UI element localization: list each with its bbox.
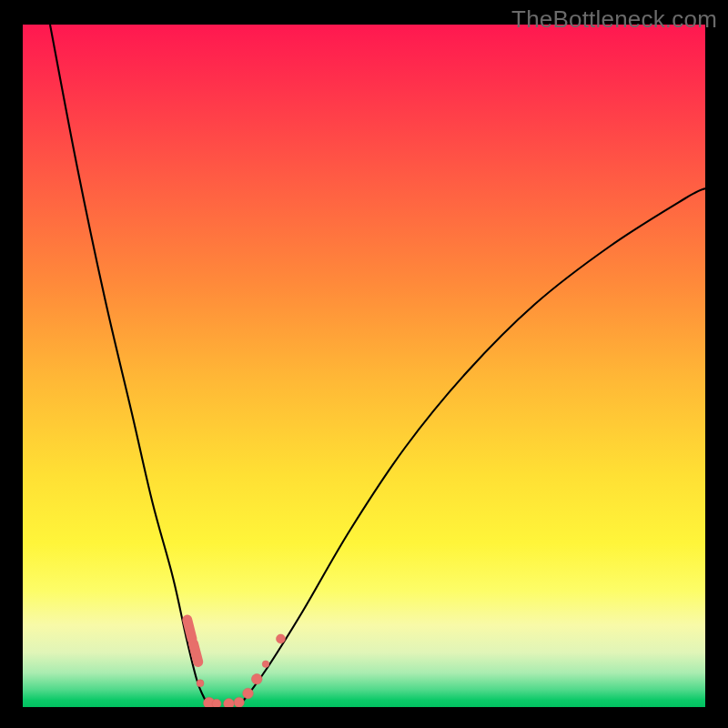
marker-dot-7: [243, 688, 254, 699]
marker-dot-9: [262, 661, 269, 668]
marker-dot-4: [212, 699, 221, 707]
marker-dash-0: [187, 620, 192, 639]
marker-dot-5: [224, 698, 235, 707]
marker-dot-2: [197, 680, 204, 687]
marker-dot-8: [251, 673, 262, 684]
chart-svg: [23, 25, 705, 707]
curve-left-branch: [50, 25, 209, 707]
marker-dash-1: [194, 643, 198, 662]
marker-dot-10: [277, 634, 286, 643]
curve-layer: [50, 25, 705, 707]
marker-dot-6: [234, 697, 244, 707]
watermark-text: TheBottleneck.com: [511, 5, 717, 34]
chart-plot-area: [23, 25, 705, 707]
curve-right-branch: [238, 188, 705, 707]
